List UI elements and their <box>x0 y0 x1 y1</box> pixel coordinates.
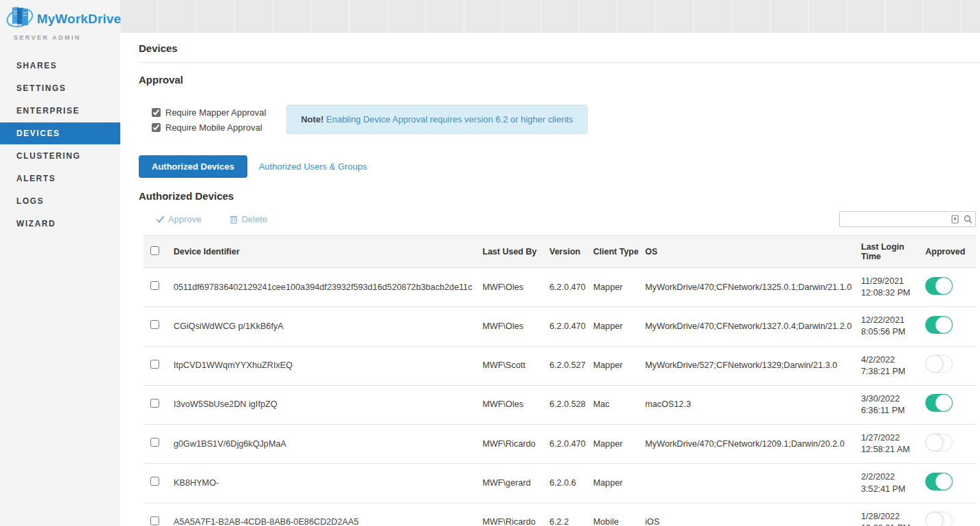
sidebar-item-alerts[interactable]: ALERTS <box>0 168 120 189</box>
os-cell <box>641 464 857 503</box>
last-login-time-cell: 2/2/2022 3:52:41 PM <box>857 464 921 503</box>
toggle-knob <box>935 394 953 412</box>
device-identifier-cell: I3voW5SbUse2DN igIfpZQ <box>169 385 478 424</box>
sidebar-item-label: WIZARD <box>16 219 56 228</box>
note-emphasis: Note! <box>301 114 323 124</box>
approved-toggle[interactable] <box>925 512 953 526</box>
col-header-client-type: Client Type <box>589 236 641 268</box>
sidebar-item-logs[interactable]: LOGS <box>0 190 120 212</box>
approved-toggle[interactable] <box>925 434 953 451</box>
version-cell: 6.2.2 <box>545 503 589 526</box>
table-row: A5A5A7F1-B2AB-4CDB-8AB6-0E86CD2D2AA5 MWF… <box>144 503 976 526</box>
tab-authorized-devices[interactable]: Authorized Devices <box>139 155 247 178</box>
sidebar-item-label: CLUSTERING <box>16 151 81 161</box>
delete-label: Delete <box>241 214 267 224</box>
grid-search <box>839 211 976 227</box>
last-used-by-cell: MWF\gerard <box>478 464 545 503</box>
select-all-checkbox[interactable] <box>150 246 159 255</box>
grid-title: Authorized Devices <box>139 190 980 202</box>
table-header-row: Device Identifier Last Used By Version C… <box>144 236 976 268</box>
sidebar-item-settings[interactable]: SETTINGS <box>0 77 120 99</box>
row-select-checkbox[interactable] <box>150 281 159 290</box>
os-cell: MyWorkDrive/527;CFNetwork/1329;Darwin/21… <box>641 346 857 385</box>
row-select-checkbox[interactable] <box>150 516 159 525</box>
sidebar-item-label: LOGS <box>16 196 44 206</box>
sidebar-item-shares[interactable]: SHARES <box>0 55 120 77</box>
toggle-knob <box>925 355 943 373</box>
client-type-cell: Mobile <box>589 503 641 526</box>
row-select-checkbox[interactable] <box>150 360 159 369</box>
client-type-cell: Mapper <box>589 268 641 307</box>
delete-button[interactable]: Delete <box>230 214 267 224</box>
version-note: Note! Enabling Device Approval requires … <box>286 105 587 134</box>
last-used-by-cell: MWF\Oles <box>478 385 545 424</box>
sidebar-nav: SHARESSETTINGSENTERPRISEDEVICESCLUSTERIN… <box>0 55 120 235</box>
os-cell: MyWorkDrive/470;CFNetwork/1325.0.1;Darwi… <box>641 268 857 307</box>
last-login-time-cell: 12/22/2021 8:05:56 PM <box>857 307 921 346</box>
col-header-os: OS <box>641 236 857 268</box>
row-select-checkbox[interactable] <box>150 399 159 408</box>
version-cell: 6.2.0.528 <box>545 385 589 424</box>
sidebar-item-label: SETTINGS <box>16 83 66 93</box>
brand-subtitle: SERVER ADMIN <box>14 34 120 41</box>
approval-section-title: Approval <box>139 74 980 86</box>
table-row: 0511df697836402129241cee100a394df23932f5… <box>144 268 976 307</box>
last-login-time-cell: 3/30/2022 6:36:11 PM <box>857 385 921 424</box>
require-mobile-approval-option[interactable]: Require Mobile Approval <box>152 122 266 133</box>
check-icon <box>156 215 165 224</box>
device-identifier-cell: KB8HYMO- <box>169 464 478 503</box>
device-tabs: Authorized Devices Authorized Users & Gr… <box>139 155 980 178</box>
table-row: I3voW5SbUse2DN igIfpZQ MWF\Oles 6.2.0.52… <box>144 385 976 424</box>
client-type-cell: Mapper <box>589 307 641 346</box>
sidebar-item-clustering[interactable]: CLUSTERING <box>0 145 120 167</box>
require-mobile-approval-checkbox[interactable] <box>152 123 161 132</box>
approved-toggle[interactable] <box>925 316 953 334</box>
approved-toggle[interactable] <box>925 355 953 373</box>
last-login-time-cell: 1/28/2022 10:28:21 PM <box>857 503 921 526</box>
approved-toggle[interactable] <box>925 394 953 412</box>
require-mapper-approval-checkbox[interactable] <box>152 108 161 117</box>
os-cell: MyWorkDrive/470;CFNetwork/1327.0.4;Darwi… <box>641 307 857 346</box>
client-type-cell: Mapper <box>589 346 641 385</box>
require-mapper-approval-option[interactable]: Require Mapper Approval <box>152 107 266 118</box>
row-select-checkbox[interactable] <box>150 438 159 447</box>
sidebar-item-label: ENTERPRISE <box>16 106 80 116</box>
last-used-by-cell: MWF\Ricardo <box>478 425 545 464</box>
sidebar-item-enterprise[interactable]: ENTERPRISE <box>0 100 120 122</box>
sidebar-item-label: ALERTS <box>16 174 56 183</box>
toggle-knob <box>935 316 953 334</box>
col-header-approved: Approved <box>921 236 976 268</box>
last-used-by-cell: MWF\Oles <box>478 268 545 307</box>
sidebar: MyWorkDrive SERVER ADMIN SHARESSETTINGSE… <box>0 0 120 526</box>
toggle-knob <box>935 473 953 490</box>
row-select-checkbox[interactable] <box>150 477 159 486</box>
approved-toggle[interactable] <box>925 277 953 295</box>
version-cell: 6.2.0.527 <box>545 346 589 385</box>
note-text: Enabling Device Approval requires versio… <box>324 114 573 124</box>
device-identifier-cell: 0511df697836402129241cee100a394df23932f5… <box>169 268 478 307</box>
client-type-cell: Mapper <box>589 425 641 464</box>
client-type-cell: Mapper <box>589 464 641 503</box>
last-used-by-cell: MWF\Ricardo <box>478 503 545 526</box>
approve-button[interactable]: Approve <box>156 214 201 224</box>
last-used-by-cell: MWF\Scott <box>478 346 545 385</box>
last-login-time-cell: 11/29/2021 12:08:32 PM <box>857 268 921 307</box>
devices-table: Device Identifier Last Used By Version C… <box>144 235 976 526</box>
tab-authorized-users-groups[interactable]: Authorized Users & Groups <box>259 161 367 172</box>
search-icon[interactable] <box>964 214 972 226</box>
col-header-device-identifier: Device Identifier <box>169 236 478 268</box>
col-header-last-used-by: Last Used By <box>478 236 545 268</box>
approved-toggle[interactable] <box>925 473 953 490</box>
table-row: ItpCVD1WWqmYYXhuZRIxEQ MWF\Scott 6.2.0.5… <box>144 346 976 385</box>
version-cell: 6.2.0.470 <box>545 268 589 307</box>
page-title: Devices <box>139 42 980 63</box>
require-mobile-approval-label: Require Mobile Approval <box>165 122 262 133</box>
row-select-checkbox[interactable] <box>150 320 159 329</box>
table-row: g0Gw1BS1V/6Djg6kQJpMaA MWF\Ricardo 6.2.0… <box>144 425 976 464</box>
sidebar-item-wizard[interactable]: WIZARD <box>0 213 120 235</box>
toggle-knob <box>925 434 943 451</box>
search-options-icon[interactable] <box>951 214 959 226</box>
device-identifier-cell: g0Gw1BS1V/6Djg6kQJpMaA <box>169 425 478 464</box>
table-row: CGiQsiWdWCG p/1KkB6fyA MWF\Oles 6.2.0.47… <box>144 307 976 346</box>
sidebar-item-devices[interactable]: DEVICES <box>0 122 120 144</box>
